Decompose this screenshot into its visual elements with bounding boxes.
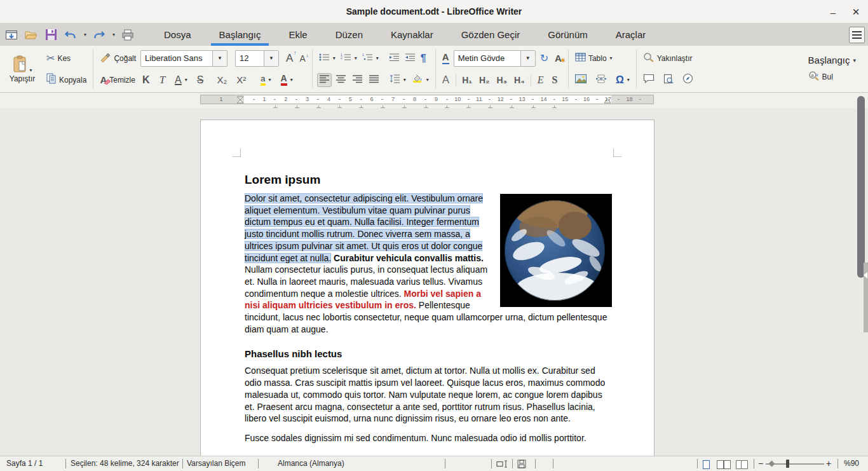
special-character-button[interactable]: Ω ▾ bbox=[614, 73, 632, 87]
table-button[interactable]: Tablo ▾ bbox=[573, 51, 614, 65]
font-color-button[interactable]: A ▾ bbox=[279, 72, 295, 87]
default-paragraph-style-button[interactable]: A bbox=[440, 72, 451, 88]
document-heading2[interactable]: Phasellus nibh lectus bbox=[245, 348, 612, 360]
context-selector[interactable]: Başlangıç ▾ bbox=[806, 53, 858, 67]
undo-icon[interactable] bbox=[64, 28, 78, 42]
tab-düzen[interactable]: Düzen bbox=[327, 24, 371, 46]
paragraph-style-dropdown-arrow[interactable]: ▼ bbox=[520, 50, 536, 67]
character-style-button[interactable]: A bbox=[440, 51, 451, 65]
decrease-indent-button[interactable] bbox=[403, 51, 417, 65]
outline-list-dropdown-arrow[interactable]: ▾ bbox=[376, 55, 379, 61]
zoom-slider-handle[interactable] bbox=[786, 460, 789, 468]
numbered-list-button[interactable]: 12 ▾ bbox=[339, 51, 359, 65]
numbered-list-dropdown-arrow[interactable]: ▾ bbox=[355, 55, 357, 61]
document-content[interactable]: Lorem ipsum bbox=[245, 156, 612, 452]
single-page-view-icon[interactable] bbox=[703, 460, 710, 469]
document-canvas[interactable]: Lorem ipsum bbox=[0, 108, 868, 456]
scrollbar-thumb[interactable] bbox=[857, 96, 865, 278]
book-view-icon2[interactable] bbox=[741, 460, 748, 469]
load-url-icon[interactable] bbox=[4, 28, 18, 42]
increase-indent-button[interactable] bbox=[387, 51, 402, 65]
selection-mode-icon[interactable] bbox=[496, 460, 509, 470]
navigator-button[interactable] bbox=[681, 72, 695, 88]
font-name-dropdown-arrow[interactable]: ▼ bbox=[212, 50, 227, 67]
close-button[interactable]: ✕ bbox=[849, 5, 863, 19]
heading2-style-button[interactable]: H₂ bbox=[478, 75, 491, 85]
save-icon[interactable] bbox=[44, 28, 58, 42]
sidebar-show-handle[interactable] bbox=[864, 263, 868, 332]
font-name-value[interactable]: Liberation Sans bbox=[140, 50, 212, 67]
multi-page-view-icon[interactable] bbox=[717, 460, 724, 469]
document-modified-icon[interactable] bbox=[517, 460, 526, 470]
font-color-dropdown-arrow[interactable]: ▾ bbox=[290, 77, 293, 83]
tab-araçlar[interactable]: Araçlar bbox=[607, 24, 654, 46]
paragraph-2[interactable]: Consequat pretium scelerisque sit amet, … bbox=[245, 365, 612, 425]
paragraph-1[interactable]: Dolor sit amet, consectetur adipiscing e… bbox=[245, 193, 612, 335]
redo-icon[interactable] bbox=[92, 28, 106, 42]
find-button[interactable]: ad Bul bbox=[806, 69, 835, 85]
document-heading1[interactable]: Lorem ipsum bbox=[245, 173, 612, 187]
zoom-in-button[interactable]: + bbox=[826, 458, 831, 468]
paragraph-style-combo[interactable]: Metin Gövde ▼ bbox=[454, 50, 536, 67]
menubar-toggle-icon[interactable] bbox=[849, 27, 865, 43]
strikethrough-button[interactable]: S bbox=[195, 74, 206, 86]
tab-ekle[interactable]: Ekle bbox=[280, 24, 315, 46]
highlight-color-button[interactable]: a ▾ bbox=[259, 73, 273, 87]
superscript-button[interactable]: X² bbox=[234, 73, 248, 86]
paste-button[interactable]: ▾ Yapıştır bbox=[4, 46, 41, 92]
paragraph-background-button[interactable]: ▾ bbox=[410, 72, 431, 87]
heading4-style-button[interactable]: H₄ bbox=[513, 75, 526, 85]
tab-dosya[interactable]: Dosya bbox=[156, 24, 200, 46]
heading1-style-button[interactable]: H₁ bbox=[461, 75, 473, 85]
indent-marker-left[interactable] bbox=[236, 96, 244, 104]
page-break-button[interactable] bbox=[593, 73, 609, 87]
tab-kaynaklar[interactable]: Kaynaklar bbox=[383, 24, 442, 46]
font-name-combo[interactable]: Liberation Sans ▼ bbox=[140, 50, 227, 67]
paste-dropdown-arrow[interactable]: ▾ bbox=[29, 67, 32, 73]
clone-formatting-button[interactable]: Çoğalt bbox=[98, 51, 138, 66]
shrink-font-button[interactable]: A↓ bbox=[297, 53, 307, 64]
bold-button[interactable]: K bbox=[140, 74, 152, 86]
line-spacing-dropdown-arrow[interactable]: ▾ bbox=[403, 77, 406, 83]
emphasis-style-button[interactable]: E bbox=[536, 74, 546, 86]
align-right-button[interactable] bbox=[350, 73, 365, 87]
align-justify-button[interactable] bbox=[367, 73, 381, 87]
subscript-button[interactable]: X₂ bbox=[215, 73, 229, 86]
font-size-dropdown-arrow[interactable]: ▼ bbox=[264, 50, 279, 67]
italic-button[interactable]: T bbox=[158, 73, 167, 86]
bullet-list-dropdown-arrow[interactable]: ▾ bbox=[333, 55, 336, 61]
underline-dropdown-arrow[interactable]: ▾ bbox=[185, 77, 187, 83]
outline-list-button[interactable]: 1 ▾ bbox=[360, 51, 381, 65]
strong-style-button[interactable]: S bbox=[550, 74, 560, 86]
special-character-dropdown-arrow[interactable]: ▾ bbox=[627, 77, 630, 83]
cut-button[interactable]: ✂ Kes bbox=[44, 51, 72, 65]
document-page[interactable]: Lorem ipsum bbox=[200, 119, 654, 456]
print-preview-button[interactable] bbox=[661, 72, 675, 88]
bold-run[interactable]: Curabitur vehicula convallis mattis. bbox=[331, 253, 484, 263]
table-dropdown-arrow[interactable]: ▾ bbox=[610, 55, 613, 61]
undo-dropdown-arrow[interactable]: ▾ bbox=[84, 32, 86, 38]
context-dropdown-arrow[interactable]: ▾ bbox=[853, 57, 856, 64]
copy-button[interactable]: Kopyala bbox=[44, 72, 88, 88]
update-style-button[interactable]: ↻ bbox=[538, 52, 550, 65]
page-style-status[interactable]: Varsayılan Biçem bbox=[187, 459, 245, 468]
minimize-button[interactable]: – bbox=[826, 5, 840, 19]
zoom-out-button[interactable]: − bbox=[758, 458, 763, 468]
comment-button[interactable] bbox=[641, 72, 656, 87]
zoom-button[interactable]: Yakınlaştır bbox=[641, 51, 695, 66]
open-icon[interactable] bbox=[24, 28, 38, 42]
paragraph-3[interactable]: Fusce sodales dignissim mi sed condiment… bbox=[245, 432, 612, 444]
align-center-button[interactable] bbox=[334, 73, 348, 87]
font-size-value[interactable]: 12 bbox=[235, 50, 264, 67]
tab-gözden-geçir[interactable]: Gözden Geçir bbox=[453, 24, 529, 46]
paragraph-style-value[interactable]: Metin Gövde bbox=[454, 50, 520, 67]
clear-formatting-button[interactable]: A Temizle bbox=[98, 73, 137, 86]
word-count-status[interactable]: Seçilen: 48 kelime, 324 karakter bbox=[71, 459, 179, 468]
grow-font-button[interactable]: A↑ bbox=[284, 51, 295, 65]
redo-dropdown-arrow[interactable]: ▾ bbox=[112, 32, 115, 38]
heading3-style-button[interactable]: H₃ bbox=[495, 75, 508, 85]
tab-başlangıç[interactable]: Başlangıç bbox=[211, 24, 269, 46]
align-left-button[interactable] bbox=[317, 73, 332, 87]
multi-page-view-icon2[interactable] bbox=[724, 460, 731, 469]
tab-görünüm[interactable]: Görünüm bbox=[539, 24, 596, 46]
